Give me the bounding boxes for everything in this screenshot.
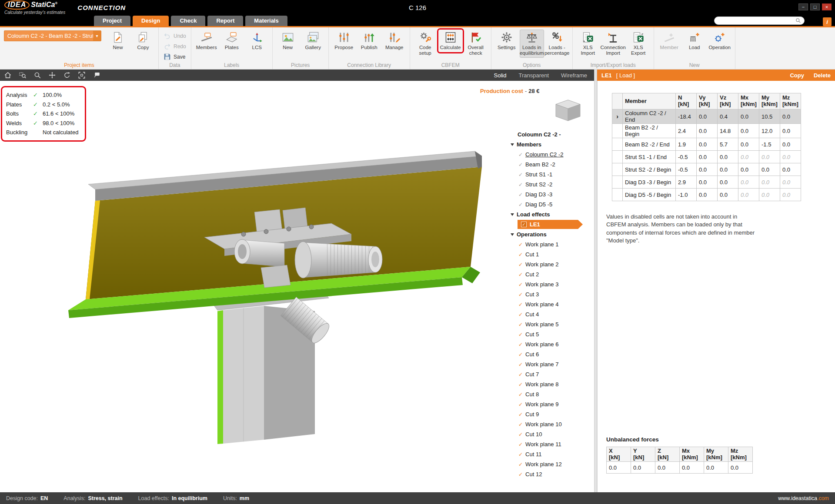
- tool-label-button[interactable]: [91, 70, 102, 80]
- minimize-button[interactable]: −: [798, 3, 808, 10]
- ribbon-button-connection-import[interactable]: Connection Import: [601, 30, 625, 58]
- ribbon-button-new[interactable]: New: [106, 30, 130, 52]
- value-cell[interactable]: 0.0: [697, 176, 718, 189]
- tree-item-cut-7[interactable]: ✓Cut 7: [508, 369, 594, 379]
- value-cell[interactable]: 0.0: [738, 124, 759, 138]
- delete-load-button[interactable]: Delete: [814, 72, 831, 79]
- tree-item-work-plane-1[interactable]: ✓Work plane 1: [508, 239, 594, 249]
- tree-item-cut-2[interactable]: ✓Cut 2: [508, 269, 594, 279]
- ribbon-button-manage[interactable]: Manage: [382, 30, 407, 52]
- project-item-dropdown[interactable]: Coloumn C2 -2 - Beam B2 -2 - Strut S▾: [4, 30, 101, 41]
- ribbon-button-save[interactable]: Save: [162, 52, 188, 61]
- value-cell[interactable]: 0.0: [738, 176, 759, 189]
- column-header-mx[interactable]: Mx[kNm]: [738, 93, 759, 109]
- value-cell[interactable]: 0.0: [780, 124, 801, 138]
- ribbon-button-plates[interactable]: Plates: [220, 30, 244, 52]
- model-3d[interactable]: [0, 81, 594, 492]
- column-header-member[interactable]: Member: [623, 93, 676, 109]
- ribbon-button-calculate[interactable]: Calculate: [438, 30, 463, 52]
- load-row-diag-d3-3-begin[interactable]: Diag D3 -3 / Begin2.90.00.00.00.00.0: [612, 176, 801, 189]
- value-cell[interactable]: 12.0: [759, 124, 780, 138]
- load-row-strut-s1-1-end[interactable]: Strut S1 -1 / End-0.50.00.00.00.00.0: [612, 151, 801, 163]
- tool-pan-button[interactable]: [47, 70, 57, 80]
- tool-zoom-window-button[interactable]: [17, 70, 28, 80]
- view-mode-transparent[interactable]: Transparent: [518, 72, 549, 79]
- ribbon-button-overall-check[interactable]: Overall check: [464, 30, 488, 58]
- value-cell[interactable]: 0.0: [697, 163, 718, 176]
- tree-item-work-plane-5[interactable]: ✓Work plane 5: [508, 319, 594, 329]
- value-cell[interactable]: 0.0: [759, 163, 780, 176]
- value-cell[interactable]: 10.5: [759, 109, 780, 124]
- tool-home-button[interactable]: [3, 70, 13, 80]
- value-cell[interactable]: 0.0: [697, 189, 718, 201]
- tab-materials[interactable]: Materials: [245, 16, 287, 26]
- ribbon-button-loads-percentage[interactable]: Loads - percentage: [545, 30, 569, 58]
- tool-rotate-button[interactable]: [62, 70, 72, 80]
- load-row-beam-b2-2-begin[interactable]: Beam B2 -2 / Begin2.40.014.80.012.00.0: [612, 124, 801, 138]
- value-cell[interactable]: 0.0: [759, 176, 780, 189]
- tree-section-operations[interactable]: Operations: [508, 229, 594, 239]
- tab-design[interactable]: Design: [133, 16, 169, 26]
- value-cell[interactable]: 0.0: [780, 189, 801, 201]
- value-cell[interactable]: -0.5: [676, 163, 697, 176]
- ribbon-button-member[interactable]: Member: [657, 30, 681, 52]
- row-selector[interactable]: [612, 151, 623, 163]
- expander-icon[interactable]: [511, 213, 514, 216]
- search-box[interactable]: [714, 17, 805, 25]
- tree-item-cut-5[interactable]: ✓Cut 5: [508, 329, 594, 339]
- row-selector[interactable]: [612, 189, 623, 201]
- ribbon-button-new[interactable]: New: [276, 30, 300, 52]
- value-cell[interactable]: 0.0: [780, 151, 801, 163]
- tree-item-work-plane-3[interactable]: ✓Work plane 3: [508, 279, 594, 289]
- value-cell[interactable]: 0.0: [738, 163, 759, 176]
- member-cell[interactable]: Coloumn C2 -2 / End: [623, 109, 676, 124]
- tree-item-work-plane-8[interactable]: ✓Work plane 8: [508, 379, 594, 389]
- tree-item-work-plane-12[interactable]: ✓Work plane 12: [508, 459, 594, 469]
- ribbon-button-settings[interactable]: Settings: [494, 30, 519, 52]
- ribbon-button-xls-import[interactable]: XLS Import: [576, 30, 600, 58]
- tree-item-cut-8[interactable]: ✓Cut 8: [508, 389, 594, 399]
- value-cell[interactable]: 0.0: [780, 163, 801, 176]
- tree-item-work-plane-7[interactable]: ✓Work plane 7: [508, 359, 594, 369]
- tree-item-cut-9[interactable]: ✓Cut 9: [508, 409, 594, 419]
- tab-report[interactable]: Report: [207, 16, 243, 26]
- tree-root[interactable]: Coloumn C2 -2 -: [508, 129, 594, 139]
- row-selector[interactable]: [612, 138, 623, 151]
- member-cell[interactable]: Beam B2 -2 / Begin: [623, 124, 676, 138]
- ribbon-button-xls-export[interactable]: XLS Export: [626, 30, 651, 58]
- tree-item-cut-3[interactable]: ✓Cut 3: [508, 289, 594, 299]
- tree-item-work-plane-4[interactable]: ✓Work plane 4: [508, 299, 594, 309]
- row-selector[interactable]: [612, 124, 623, 138]
- view-mode-solid[interactable]: Solid: [494, 72, 507, 79]
- value-cell[interactable]: 0.0: [738, 189, 759, 201]
- website-link[interactable]: www.ideastatica.com: [778, 495, 829, 501]
- load-row-diag-d5-5-begin[interactable]: Diag D5 -5 / Begin-1.00.00.00.00.00.0: [612, 189, 801, 201]
- value-cell[interactable]: -1.5: [759, 138, 780, 151]
- ribbon-button-code-setup[interactable]: Code setup: [413, 30, 438, 58]
- tree-item-strut-s2-2[interactable]: ✓Strut S2 -2: [508, 179, 594, 189]
- tree-item-cut-11[interactable]: ✓Cut 11: [508, 449, 594, 459]
- tree-item-work-plane-11[interactable]: ✓Work plane 11: [508, 439, 594, 449]
- tree-item-work-plane-2[interactable]: ✓Work plane 2: [508, 259, 594, 269]
- ribbon-button-copy[interactable]: Copy: [131, 30, 155, 52]
- value-cell[interactable]: -0.5: [676, 151, 697, 163]
- tree-item-cut-1[interactable]: ✓Cut 1: [508, 249, 594, 259]
- tree-section-load-effects[interactable]: Load effects: [508, 209, 594, 219]
- maximize-button[interactable]: □: [810, 3, 820, 10]
- value-cell[interactable]: 0.0: [697, 109, 718, 124]
- column-header-n[interactable]: N[kN]: [676, 93, 697, 109]
- member-cell[interactable]: Beam B2 -2 / End: [623, 138, 676, 151]
- column-header-my[interactable]: My[kNm]: [759, 93, 780, 109]
- row-selector[interactable]: [612, 176, 623, 189]
- value-cell[interactable]: 2.9: [676, 176, 697, 189]
- tool-zoom-button[interactable]: [32, 70, 43, 80]
- tree-item-work-plane-9[interactable]: ✓Work plane 9: [508, 399, 594, 409]
- value-cell[interactable]: 0.0: [759, 151, 780, 163]
- tree-item-cut-12[interactable]: ✓Cut 12: [508, 469, 594, 479]
- search-input[interactable]: [718, 18, 795, 24]
- ribbon-button-loads-in-equilibrium[interactable]: Loads in equilibrium: [520, 30, 544, 58]
- ribbon-button-publish[interactable]: Publish: [357, 30, 381, 52]
- expander-icon[interactable]: [511, 233, 514, 236]
- column-header-vz[interactable]: Vz[kN]: [718, 93, 738, 109]
- value-cell[interactable]: 0.0: [738, 138, 759, 151]
